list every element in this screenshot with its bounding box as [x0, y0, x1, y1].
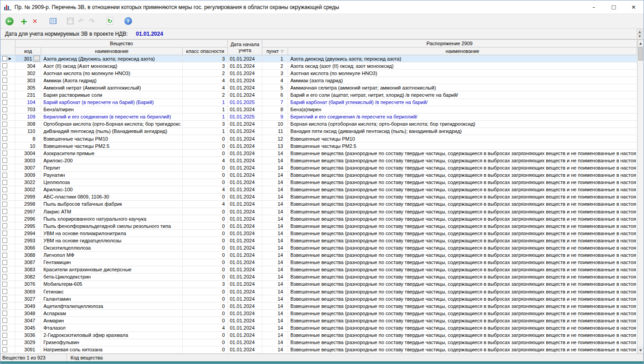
row-checkbox[interactable]	[2, 56, 7, 61]
cell-name[interactable]: Гризеофульвин	[41, 339, 183, 346]
cell-hazard-class[interactable]: 3	[183, 62, 228, 69]
cell-item[interactable]: 14	[262, 317, 288, 324]
cell-hazard-class[interactable]: 0	[183, 310, 228, 317]
row-checkbox[interactable]	[2, 347, 7, 352]
cell-order-name[interactable]: Бериллий и его соединения /в пересчете н…	[288, 113, 637, 120]
cell-code[interactable]: 3069	[15, 288, 41, 295]
cell-order-name[interactable]: Взвешенные вещества (разнородные по сост…	[288, 237, 637, 244]
refresh-button[interactable]: ↻	[104, 16, 115, 27]
cell-order-name[interactable]: Взвешенные вещества (разнородные по сост…	[288, 346, 637, 353]
cell-order-name[interactable]: Ванадия пяти оксид (диванадий пентоксид …	[288, 128, 637, 135]
scroll-track[interactable]	[638, 47, 644, 347]
row-checkbox[interactable]	[2, 129, 7, 134]
cell-hazard-class[interactable]: 2	[183, 91, 228, 98]
cell-start-date[interactable]: 01.01.2024	[228, 339, 262, 346]
cell-code[interactable]: 3082	[15, 274, 41, 280]
row-checkbox[interactable]	[2, 209, 7, 214]
cell-item[interactable]: 8	[262, 106, 288, 113]
cell-item[interactable]: 14	[262, 288, 288, 295]
row-selector[interactable]	[0, 135, 15, 142]
table-row[interactable]: 2994УВМ на основе полиакрилонитрила001.0…	[0, 230, 637, 237]
cell-hazard-class[interactable]: 4	[183, 186, 228, 193]
table-row[interactable]: 3009Раунатин001.01.202414Взвешенные веще…	[0, 172, 637, 179]
cell-item[interactable]: 14	[262, 186, 288, 193]
cell-item[interactable]: 14	[262, 259, 288, 266]
cell-item[interactable]: 14	[262, 252, 288, 259]
row-selector[interactable]	[0, 84, 15, 91]
cell-start-date[interactable]: 01.01.2024	[228, 230, 262, 236]
cell-order-name[interactable]: Взвешенные вещества (разнородные по сост…	[288, 295, 637, 302]
column-header-code[interactable]: код	[15, 47, 41, 55]
cell-order-name[interactable]: Азотная кислота (по молекуле HNO3)	[288, 70, 637, 76]
cell-item[interactable]: 14	[262, 310, 288, 317]
cell-hazard-class[interactable]: 1	[183, 99, 228, 106]
cell-start-date[interactable]: 01.01.2024	[228, 295, 262, 302]
cell-item[interactable]: 14	[262, 332, 288, 339]
cell-item[interactable]: 13	[262, 142, 288, 149]
cell-order-name[interactable]: Взвешенные частицы PM2.5	[288, 142, 637, 149]
table-row[interactable]: 110диВанадий пентоксид (пыль) (Ванадиевы…	[0, 128, 637, 135]
cell-order-name[interactable]: Азота оксид (азот (II) оксид; азот моноо…	[288, 62, 637, 69]
cell-start-date[interactable]: 01.01.2024	[228, 324, 262, 331]
cell-name[interactable]: АБС-пластики 0809, 1106-30	[41, 194, 183, 200]
cell-hazard-class[interactable]: 0	[183, 303, 228, 309]
cell-item[interactable]: 14	[262, 339, 288, 346]
row-checkbox[interactable]	[2, 93, 7, 98]
table-row[interactable]: 304Азот (II) оксид (Азот монооксид)301.0…	[0, 62, 637, 70]
cell-name[interactable]: Пыль выбросов табачных фабрик	[41, 201, 183, 208]
row-checkbox[interactable]	[2, 187, 7, 192]
cell-name[interactable]: Натриевая соль хитозана	[41, 346, 183, 353]
cell-start-date[interactable]: 01.01.2024	[228, 346, 262, 353]
group-header-substance[interactable]: Вещество	[15, 40, 228, 47]
cell-item[interactable]: 1	[262, 55, 288, 62]
cell-start-date[interactable]: 01.01.2024	[228, 237, 262, 244]
cell-order-name[interactable]: Взвешенные вещества (разнородные по сост…	[288, 317, 637, 324]
cell-order-name[interactable]: Взвешенные вещества (разнородные по сост…	[288, 324, 637, 331]
cell-order-name[interactable]: Азота диоксид (двуокись азота; пероксид …	[288, 55, 637, 62]
row-selector[interactable]	[0, 179, 15, 186]
cell-start-date[interactable]: 01.01.2024	[228, 62, 262, 69]
cell-item[interactable]: 5	[262, 84, 288, 91]
cell-order-name[interactable]: Взвешенные частицы PM10	[288, 135, 637, 142]
row-checkbox[interactable]	[2, 165, 7, 170]
row-selector[interactable]	[0, 222, 15, 229]
table-row[interactable]: 302Азотная кислота (по молекуле HNO3)201…	[0, 70, 637, 77]
column-header-item[interactable]: пункт ▽	[262, 47, 288, 55]
cell-hazard-class[interactable]: 1	[183, 128, 228, 135]
cell-name[interactable]: Галантамин	[41, 295, 183, 302]
cell-name[interactable]: Гетинакс	[41, 288, 183, 295]
cell-hazard-class[interactable]: 0	[183, 332, 228, 339]
cell-start-date[interactable]: 01.01.2024	[228, 310, 262, 317]
cell-name[interactable]: УВМ на основе полиакрилонитрила	[41, 230, 183, 236]
table-row[interactable]: 3029Гризеофульвин001.01.202414Взвешенные…	[0, 339, 637, 346]
cell-code[interactable]: 703	[15, 106, 41, 113]
cell-hazard-class[interactable]: 4	[183, 157, 228, 164]
cell-code[interactable]: 109	[15, 113, 41, 120]
row-selector[interactable]	[0, 91, 15, 98]
cell-hazard-class[interactable]: 0	[183, 172, 228, 179]
scroll-down-icon[interactable]: ▼	[638, 347, 644, 354]
table-row[interactable]: 3048Аспаркам001.01.202414Взвешенные веще…	[0, 310, 637, 317]
cell-order-name[interactable]: Взвешенные вещества (разнородные по сост…	[288, 266, 637, 273]
ellipsis-button[interactable]: …	[33, 56, 40, 61]
cell-start-date[interactable]: 01.01.2024	[228, 208, 262, 215]
row-checkbox[interactable]	[2, 253, 7, 258]
cell-name[interactable]: Азота диоксид (Двуокись азота; пероксид …	[41, 55, 183, 62]
cell-name[interactable]: Анмарин	[41, 317, 183, 324]
cell-item[interactable]: 14	[262, 208, 288, 215]
cell-name[interactable]: Арилокс-200	[41, 157, 183, 164]
cell-name[interactable]: Взвешенные частицы PM2.5	[41, 142, 183, 149]
cell-start-date[interactable]: 01.01.2024	[228, 157, 262, 164]
filter-date-value[interactable]: 01.01.2024	[136, 31, 163, 37]
cell-order-name[interactable]: Взвешенные вещества (разнородные по сост…	[288, 281, 637, 288]
scroll-thumb[interactable]	[638, 47, 643, 61]
cell-start-date[interactable]: 01.01.2024	[228, 274, 262, 280]
cell-order-name[interactable]: Взвешенные вещества (разнородные по сост…	[288, 201, 637, 208]
row-selector[interactable]	[0, 128, 15, 135]
cell-code[interactable]: 3022	[15, 179, 41, 186]
row-selector[interactable]	[0, 230, 15, 236]
cell-hazard-class[interactable]: 0	[183, 142, 228, 149]
cell-start-date[interactable]: 01.01.2024	[228, 222, 262, 229]
cell-name[interactable]: бета-Циклодекстрин	[41, 274, 183, 280]
cell-code[interactable]: 305	[15, 84, 41, 91]
